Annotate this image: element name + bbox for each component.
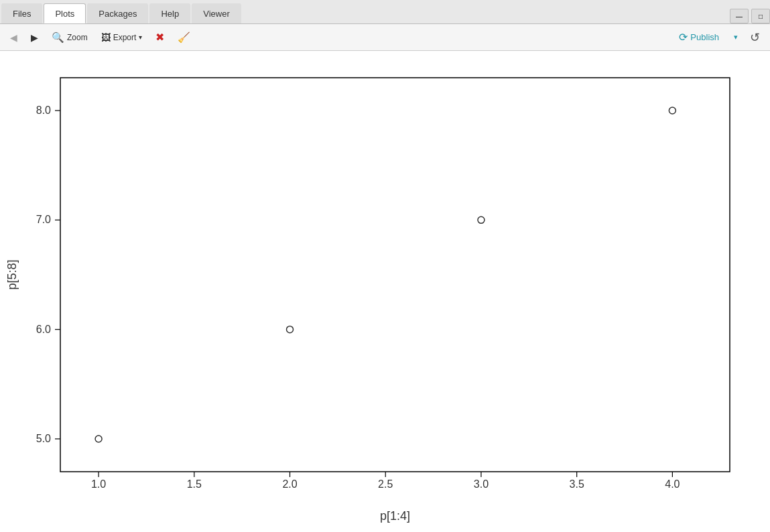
svg-text:p[5:8]: p[5:8] — [5, 259, 19, 289]
zoom-label: Zoom — [67, 33, 88, 42]
tab-viewer[interactable]: Viewer — [192, 3, 241, 23]
svg-text:8.0: 8.0 — [36, 105, 51, 116]
publish-label: Publish — [690, 32, 719, 42]
minimize-button[interactable]: — — [730, 9, 749, 23]
publish-dropdown-icon: ▾ — [734, 33, 738, 42]
svg-text:3.0: 3.0 — [474, 478, 489, 490]
forward-button[interactable]: ▶ — [25, 29, 44, 46]
svg-text:4.0: 4.0 — [665, 478, 680, 490]
forward-icon: ▶ — [31, 32, 38, 43]
back-button[interactable]: ◀ — [4, 29, 23, 46]
broom-button[interactable]: 🧹 — [172, 28, 196, 47]
tab-help[interactable]: Help — [149, 3, 190, 23]
refresh-button[interactable]: ↺ — [744, 27, 766, 48]
back-icon: ◀ — [10, 32, 17, 43]
svg-rect-0 — [60, 78, 730, 472]
publish-dropdown-button[interactable]: ▾ — [729, 29, 743, 45]
export-dropdown-icon: ▾ — [139, 34, 142, 41]
scatter-plot: 1.01.52.02.53.03.54.05.06.07.08.0p[1:4]p… — [0, 51, 770, 532]
refresh-icon: ↺ — [750, 30, 760, 45]
svg-text:2.0: 2.0 — [282, 478, 297, 490]
clear-icon: ✖ — [155, 31, 164, 44]
clear-plot-button[interactable]: ✖ — [149, 27, 170, 47]
zoom-icon: 🔍 — [52, 31, 64, 44]
tab-plots[interactable]: Plots — [44, 3, 86, 23]
svg-text:1.5: 1.5 — [187, 478, 202, 490]
svg-text:5.0: 5.0 — [36, 433, 51, 444]
tab-bar: Files Plots Packages Help Viewer — □ — [0, 0, 770, 24]
svg-text:1.0: 1.0 — [91, 478, 106, 490]
window-controls: — □ — [730, 9, 770, 23]
svg-text:6.0: 6.0 — [36, 324, 51, 335]
svg-text:7.0: 7.0 — [36, 214, 51, 225]
tab-files[interactable]: Files — [1, 3, 42, 23]
svg-text:3.5: 3.5 — [570, 478, 584, 490]
export-button[interactable]: 🖼 Export ▾ — [95, 29, 149, 46]
publish-icon: ⟳ — [679, 31, 688, 44]
publish-button[interactable]: ⟳ Publish — [670, 27, 728, 47]
export-icon: 🖼 — [101, 32, 111, 43]
zoom-button[interactable]: 🔍 Zoom — [46, 28, 94, 47]
toolbar: ◀ ▶ 🔍 Zoom 🖼 Export ▾ ✖ 🧹 ⟳ Publish ▾ ↺ — [0, 24, 770, 51]
tab-packages[interactable]: Packages — [87, 3, 148, 23]
svg-text:2.5: 2.5 — [378, 478, 393, 490]
maximize-button[interactable]: □ — [751, 9, 770, 23]
chart-container: 1.01.52.02.53.03.54.05.06.07.08.0p[1:4]p… — [0, 51, 770, 532]
svg-text:p[1:4]: p[1:4] — [380, 509, 410, 523]
broom-icon: 🧹 — [178, 31, 190, 44]
plot-area: 1.01.52.02.53.03.54.05.06.07.08.0p[1:4]p… — [0, 51, 770, 532]
export-label: Export — [113, 33, 137, 42]
